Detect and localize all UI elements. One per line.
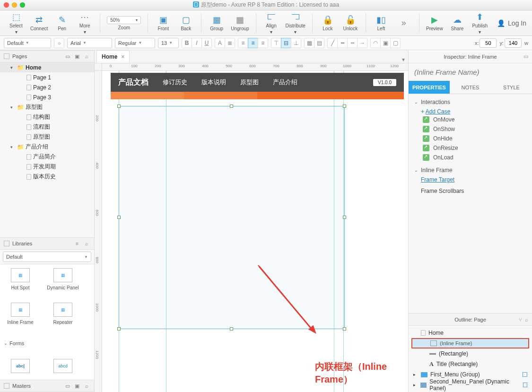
page-tree-item[interactable]: 结构图 [0, 112, 94, 122]
shadow-out-button[interactable]: ▣ [380, 38, 391, 48]
tab-style[interactable]: STYLE [491, 81, 532, 94]
page-tree-item[interactable]: 开发周期 [0, 162, 94, 172]
size-select[interactable]: 13▼ [158, 38, 179, 48]
page-tree-item[interactable]: ▾📁产品介绍 [0, 142, 94, 152]
corner-button[interactable]: ◠ [370, 38, 381, 48]
italic-button[interactable]: I [192, 38, 202, 48]
ungroup-button[interactable]: ▦Ungroup [229, 14, 251, 32]
search-icon[interactable]: ⌕ [83, 52, 90, 60]
bullets-button[interactable]: ≣ [225, 38, 235, 48]
underline-button[interactable]: U [201, 38, 212, 48]
collapse-icon[interactable] [4, 241, 9, 246]
library-widget[interactable]: ▦Repeater [46, 303, 79, 328]
tab-properties[interactable]: PROPERTIES [409, 81, 450, 94]
page-tree-item[interactable]: Page 1 [0, 72, 94, 82]
page-tree-item[interactable]: Page 3 [0, 92, 94, 102]
add-page-icon[interactable]: ▭ [64, 52, 71, 60]
valign-middle-button[interactable]: ⊟ [281, 38, 291, 48]
pen-tool[interactable]: ✎Pen [52, 14, 72, 32]
tabs-menu-icon[interactable]: ▾ [399, 56, 408, 63]
event-item[interactable]: OnHide [414, 134, 526, 143]
interactions-section[interactable]: ⌄Interactions [414, 99, 526, 105]
page-tree-item[interactable]: ▾📁原型图 [0, 102, 94, 112]
back-button[interactable]: ▢Back [175, 14, 196, 32]
group-button[interactable]: ▦Group [206, 14, 227, 32]
document-tab[interactable]: Home× [96, 50, 130, 63]
line-width-button[interactable]: ━ [337, 38, 348, 48]
fill-color-button[interactable]: ▦ [304, 38, 314, 48]
style-select[interactable]: Default▼ [4, 38, 51, 48]
pages-tree[interactable]: ▾📁HomePage 1Page 2Page 3▾📁原型图结构图流程图原型图▾📁… [0, 62, 94, 237]
form-widget[interactable]: abcd [46, 359, 79, 376]
canvas[interactable]: 产品文档 修订历史 版本说明 原型图 产品介绍 V1.0.0 [102, 71, 408, 392]
search-icon[interactable]: ⌕ [83, 240, 90, 247]
event-item[interactable]: OnResize [414, 143, 526, 153]
shadow-in-button[interactable]: ▢ [390, 38, 401, 48]
valign-top-button[interactable]: ⊤ [271, 38, 281, 48]
add-folder-icon[interactable]: ▣ [73, 382, 81, 390]
connect-tool[interactable]: ⇄Connect [28, 14, 50, 32]
line-color-button[interactable]: ╱ [327, 38, 338, 48]
event-item[interactable]: OnMove [414, 115, 526, 124]
front-button[interactable]: ▣Front [153, 14, 174, 32]
inspector-menu-icon[interactable]: ▭ [523, 53, 528, 60]
outline-item[interactable]: (Rectangle) [411, 348, 529, 359]
weight-select[interactable]: Regular▼ [115, 38, 155, 48]
outline-tree[interactable]: Home(Inline Frame)(Rectangle)ATitle (Rec… [409, 326, 532, 392]
outline-item[interactable]: ▸Second_Menu_Panel (Dynamic Panel) [411, 380, 529, 390]
page-tree-item[interactable]: ▾📁Home [0, 62, 94, 72]
add-case-link[interactable]: Add Case [426, 108, 451, 115]
library-widget[interactable]: ▦Hot Spot [4, 268, 37, 293]
page-tree-item[interactable]: 产品简介 [0, 152, 94, 162]
frame-target-link[interactable]: Frame Target [421, 176, 454, 183]
align-left-button[interactable]: ≡ [238, 38, 248, 48]
style-painter-icon[interactable]: ⟐ [54, 38, 64, 48]
overflow-button[interactable]: » [393, 17, 414, 29]
tab-notes[interactable]: NOTES [450, 81, 491, 94]
outline-item[interactable]: Home [411, 328, 529, 338]
distribute-button[interactable]: ⫎Distribute▾ [284, 11, 307, 35]
left-button[interactable]: ▮▯Left [371, 14, 392, 32]
valign-bottom-button[interactable]: ⊥ [291, 38, 301, 48]
align-right-button[interactable]: ≡ [258, 38, 268, 48]
outline-item[interactable]: ATitle (Rectangle) [411, 359, 529, 369]
add-folder-icon[interactable]: ▣ [73, 52, 81, 60]
opacity-button[interactable]: ▤ [314, 38, 324, 48]
lock-button[interactable]: 🔒Lock [317, 14, 338, 32]
preview-button[interactable]: ▶Preview [424, 14, 445, 32]
page-tree-item[interactable]: 原型图 [0, 132, 94, 142]
page-tree-item[interactable]: Page 2 [0, 82, 94, 92]
canvas-area[interactable]: 0100200300400500600700800900100011001200… [95, 63, 408, 392]
page-tree-item[interactable]: 流程图 [0, 122, 94, 132]
search-icon[interactable]: ⌕ [525, 317, 528, 322]
collapse-icon[interactable] [4, 53, 9, 59]
collapse-icon[interactable] [4, 383, 9, 389]
forms-section[interactable]: ⌄ Forms [4, 337, 90, 349]
arrow-style-button[interactable]: → [357, 38, 367, 48]
unlock-button[interactable]: 🔓Unlock [340, 14, 361, 32]
inline-frame-section[interactable]: ⌄Inline Frame [414, 167, 526, 174]
publish-button[interactable]: ⬆Publish▾ [470, 11, 490, 35]
library-menu-icon[interactable]: ≡ [73, 240, 81, 247]
x-input[interactable] [480, 38, 497, 48]
align-button[interactable]: ⫍Align▾ [261, 11, 282, 35]
filter-icon[interactable]: ⑂ [519, 317, 522, 322]
library-select[interactable]: Default▼ [3, 252, 91, 262]
library-widget[interactable]: ▦Inline Frame [4, 303, 37, 328]
form-widget[interactable]: abc| [4, 359, 37, 376]
select-tool[interactable]: ⬚Select▾ [6, 11, 26, 35]
widget-name-field[interactable]: (Inline Frame Name) [409, 63, 532, 81]
add-master-icon[interactable]: ▭ [64, 382, 71, 390]
line-style-button[interactable]: ┅ [347, 38, 358, 48]
share-button[interactable]: ☁Share [447, 14, 468, 32]
event-item[interactable]: OnShow [414, 124, 526, 134]
outline-item[interactable]: (Inline Frame) [411, 338, 529, 348]
bold-button[interactable]: B [182, 38, 192, 48]
font-select[interactable]: Arial▼ [67, 38, 112, 48]
close-tab-icon[interactable]: × [121, 53, 124, 60]
align-center-button[interactable]: ≡ [248, 38, 258, 48]
library-widget[interactable]: ▦Dynamic Panel [46, 268, 79, 293]
event-item[interactable]: OnLoad [414, 153, 526, 162]
more-tool[interactable]: ⋯More▾ [74, 11, 95, 35]
login-button[interactable]: 👤Log In [497, 19, 526, 27]
